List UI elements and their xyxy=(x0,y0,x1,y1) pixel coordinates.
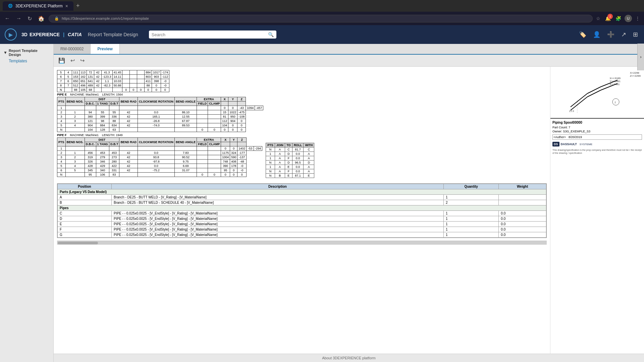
table-row: ABranch - DE25 - BUTT WELD - [V_Rating] … xyxy=(58,195,546,200)
bookmark-tag-button[interactable]: 🏷️ xyxy=(577,29,588,40)
spool-info-panel: Piping Spool00000 Part Count: 7 Owner: S… xyxy=(550,118,644,157)
refresh-button[interactable]: ↻ xyxy=(25,14,34,23)
bom-section-parts: Parts (Legacy V5 Data Model) xyxy=(58,189,546,195)
table-row: 6515316213142-123.314.11803903-112 xyxy=(57,75,169,79)
table-row: 6534534033142-75.231.07950-0 xyxy=(57,168,262,173)
search-input[interactable] xyxy=(152,32,266,37)
avatar-icon[interactable]: U xyxy=(625,15,632,22)
sidebar-section-label: Report Template Design xyxy=(9,49,50,57)
join-header-row: PTSJOINTOROLLWITH xyxy=(266,143,314,147)
brand-3d: 3D xyxy=(21,32,28,37)
browser-tab-active[interactable]: 🌐 3DEXPERIENCE Platform × xyxy=(3,1,73,11)
coord-x2: X=+3189 xyxy=(610,77,621,80)
back-button[interactable]: ← xyxy=(3,14,12,23)
apps-button[interactable]: ⊞ xyxy=(631,29,640,40)
ds-logo-section: DS DASSAULT SYSTEME xyxy=(552,142,642,146)
prev-pipe-table: 54111113724241.341.458841017-174 6515316… xyxy=(57,70,169,92)
brand-separator: | xyxy=(63,32,64,37)
pipe-f-length: LENGTH: 1949 xyxy=(102,133,123,137)
save-button[interactable]: 💾 xyxy=(56,56,67,65)
coord-display-1: X=2299 Z=+2299 xyxy=(630,71,641,77)
table-row: EPIPE - - 0.025x0.0025 - [V_EndStyle] - … xyxy=(58,222,546,227)
toggle-icon: › xyxy=(640,55,642,59)
table-row: 54428429422420.06.69390178-0 xyxy=(57,164,262,168)
pipe-f-table: PTSBEND NOS.DISTBEND RADCLOCKWISE ROTATI… xyxy=(57,137,262,177)
tab-close-button[interactable]: × xyxy=(65,3,68,9)
spool-title: Piping Spool00000 xyxy=(552,121,642,124)
bom-table: Position Description Quantity Weight Par… xyxy=(57,184,546,238)
bottom-bar: About 3DEXPERIENCE platform xyxy=(54,354,644,362)
table-row: 8751249648942-82.350.88880-0 xyxy=(57,83,169,88)
search-input-wrap: 🔍 xyxy=(149,31,276,39)
side-panel-toggle[interactable]: › xyxy=(637,44,644,70)
toolbar: 💾 ↩ ↪ xyxy=(54,55,644,67)
new-tab-button[interactable]: + xyxy=(76,2,80,9)
bom-col-position: Position xyxy=(58,184,112,189)
home-button[interactable]: 🏠 xyxy=(36,14,47,23)
menu-icon[interactable]: ⋮ xyxy=(634,14,641,22)
document-area[interactable]: 54111113724241.341.458841017-174 6515316… xyxy=(54,67,550,354)
pipe-e-length: LENGTH: 1564 xyxy=(102,93,123,96)
tab-preview[interactable]: Preview xyxy=(91,44,119,54)
app-header: ▶ 3DEXPERIENCE | CATIA Report Template D… xyxy=(0,25,644,44)
date-label: 8/20/2019 xyxy=(569,135,582,139)
notif-icon[interactable]: 🔔 1 xyxy=(604,14,612,22)
table-row: 4332634628042-97.89.75748408-48 xyxy=(57,160,262,164)
coord-x-label: X=2299 xyxy=(630,71,641,74)
svg-line-3 xyxy=(587,90,601,97)
pipe-f-header-row: PTSBEND NOS.DISTBEND RADCLOCKWISE ROTATI… xyxy=(57,138,262,142)
svg-line-0 xyxy=(571,94,587,107)
user-profile-button[interactable]: 👤 xyxy=(591,29,602,40)
collapse-arrow: ▼ xyxy=(3,50,7,55)
drawing-area: 15.9 2 X=2299 Z=+2299 X=+3189 Y=+2481 Z=… xyxy=(550,67,644,118)
table-row: 76650651641421.110.03411398-0 xyxy=(57,79,169,83)
table-row: CPIPE - - 0.025x0.0025 - [V_EndStyle] - … xyxy=(58,211,546,216)
table-row: 5490488483442-74.089.5310400 xyxy=(57,123,263,128)
ds-logo-icon: DS xyxy=(552,142,559,146)
address-bar[interactable]: 🔒 https://3dexperience.example.com/v1/re… xyxy=(49,15,593,22)
add-button[interactable]: ➕ xyxy=(605,29,616,40)
sidebar-item-templates[interactable]: Templates xyxy=(3,57,50,65)
coord-display-2: X=+3189 Y=+2481 Z=-2481 xyxy=(610,77,621,86)
nav-icons: ☆ 🔔 1 🧩 U ⋮ xyxy=(595,14,641,22)
tab-rm-id[interactable]: RM-0000002 xyxy=(54,44,91,54)
pipe-f-row: PTSBEND NOS.DISTBEND RADCLOCKWISE ROTATI… xyxy=(57,137,547,179)
dassault-label: DASSAULT xyxy=(561,142,577,146)
app-logo[interactable]: ▶ xyxy=(4,28,17,41)
table-row: 43121988842-26.867.871129040 xyxy=(57,119,263,123)
bom-section-pipes: Pipes xyxy=(58,205,546,211)
share-button[interactable]: ↗ xyxy=(619,29,628,40)
scrollbar-horizontal[interactable] xyxy=(57,241,547,245)
pipe-f-label: PIPE F xyxy=(57,133,67,137)
bom-col-weight: Weight xyxy=(499,184,546,189)
svg-line-2 xyxy=(571,97,587,110)
sidebar-section-title[interactable]: ▼ Report Template Design xyxy=(3,49,50,57)
table-row: 1AF0.0A xyxy=(266,156,314,161)
coord-y2: Y=+2481 xyxy=(610,80,621,83)
search-icon[interactable]: 🔍 xyxy=(268,32,274,37)
redo-button[interactable]: ↪ xyxy=(78,56,87,65)
table-row: N1041286300000 xyxy=(57,128,263,132)
table-row: N8810568000000 xyxy=(57,88,169,92)
bom-header-row: Position Description Quantity Weight xyxy=(58,184,546,189)
tab-title: 3DEXPERIENCE Platform xyxy=(15,4,63,8)
scroll-thumb[interactable] xyxy=(58,242,98,244)
sidebar-item-label: Templates xyxy=(9,59,27,63)
author-row: <Author> 8/20/2019 xyxy=(552,134,642,140)
bookmark-star-icon[interactable]: ☆ xyxy=(595,14,602,22)
extension-icon[interactable]: 🧩 xyxy=(614,14,623,22)
right-panel: 15.9 2 X=2299 Z=+2299 X=+3189 Y=+2481 Z=… xyxy=(550,67,644,354)
table-row: FPIPE - - 0.025x0.0025 - [V_EndStyle] - … xyxy=(58,227,546,232)
bom-section: Position Description Quantity Weight Par… xyxy=(57,183,547,238)
brand-experience: EXPERIENCE xyxy=(30,32,60,37)
search-bar: 🔍 xyxy=(149,31,276,39)
table-row: 21456453453420.07.831175324-177 xyxy=(57,151,262,155)
pipe-e-machine: MACHINE: Machine1 xyxy=(70,93,99,96)
svg-text:15.9: 15.9 xyxy=(569,110,574,113)
forward-button[interactable]: → xyxy=(14,14,23,23)
bom-col-description: Description xyxy=(111,184,443,189)
undo-button[interactable]: ↩ xyxy=(68,56,77,65)
table-row: 100-431094-457 xyxy=(57,106,263,110)
systemes-label: SYSTEME xyxy=(580,143,592,146)
table-row: NAC81.7C xyxy=(266,147,314,152)
